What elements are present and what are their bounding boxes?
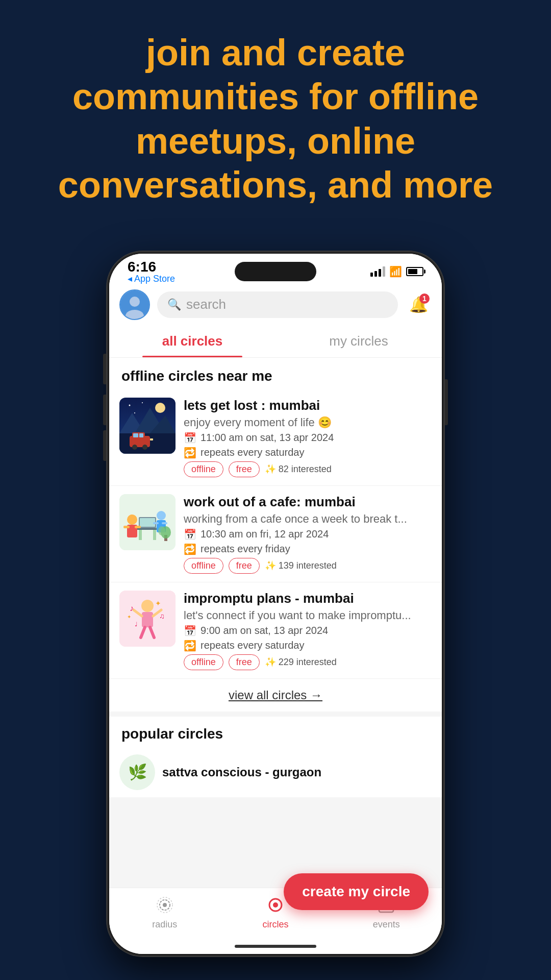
svg-rect-40 (142, 612, 153, 627)
circle-card-1[interactable]: lets get lost : mumbai enjoy every momen… (109, 389, 442, 486)
search-area: 🔍 search 🔔 1 (109, 284, 442, 325)
svg-rect-23 (153, 530, 156, 540)
circle-repeat-3: 🔁 repeats every saturday (184, 640, 432, 652)
svg-point-5 (129, 404, 131, 406)
home-indicator (109, 939, 442, 954)
wifi-icon: 📶 (389, 265, 402, 278)
circle-repeat-1: 🔁 repeats every saturday (184, 447, 432, 459)
svg-text:♫: ♫ (159, 612, 165, 620)
circle-title-2: work out of a cafe: mumbai (184, 494, 432, 510)
circle-desc-2: working from a cafe once a week to break… (184, 512, 432, 526)
avatar[interactable] (119, 289, 150, 320)
circle-desc-3: let's connect if you want to make improm… (184, 609, 432, 622)
popular-circle-title: sattva conscious - gurgaon (162, 765, 321, 779)
svg-point-27 (127, 514, 137, 525)
circle-card-3[interactable]: ♪ ♫ ♩ ✦ ✦ impromptu plans - mumbai let's… (109, 582, 442, 679)
calendar-icon-2: 📅 (184, 528, 196, 541)
circles-icon (267, 897, 284, 917)
popular-header: popular circles (109, 717, 442, 747)
dynamic-island (235, 262, 316, 281)
tag-free-1: free (229, 461, 260, 477)
popular-section: popular circles 🌿 sattva conscious - gur… (109, 717, 442, 797)
circle-image-2 (119, 494, 176, 550)
phone-screen: 6:16 ◂ App Store 📶 (109, 254, 442, 954)
page-header: join and create communities for offline … (0, 0, 551, 228)
svg-rect-22 (139, 530, 142, 540)
svg-rect-29 (123, 526, 130, 528)
nav-label-circles: circles (262, 919, 288, 930)
circle-title-3: impromptu plans - mumbai (184, 591, 432, 606)
svg-point-8 (134, 412, 135, 413)
circle-info-1: lets get lost : mumbai enjoy every momen… (184, 398, 432, 477)
search-input[interactable]: search (186, 297, 226, 312)
tag-interested-3: ✨ 229 interested (265, 656, 337, 668)
status-icons: 📶 (370, 265, 423, 278)
battery-fill (408, 269, 417, 274)
svg-point-15 (132, 445, 137, 450)
svg-text:♪: ♪ (130, 604, 134, 612)
svg-point-37 (158, 526, 165, 535)
svg-point-6 (142, 402, 143, 403)
svg-rect-33 (153, 522, 159, 524)
circle-info-2: work out of a cafe: mumbai working from … (184, 494, 432, 574)
signal-bars-icon (370, 266, 385, 277)
svg-point-39 (141, 600, 154, 612)
circle-image-1 (119, 398, 176, 454)
svg-text:✦: ✦ (127, 614, 131, 620)
svg-point-31 (157, 511, 166, 520)
tag-offline-1: offline (184, 461, 223, 477)
search-box[interactable]: 🔍 search (157, 291, 398, 318)
nav-item-radius[interactable]: radius (109, 897, 220, 930)
tabs-container: all circles my circles (109, 325, 442, 358)
circle-image-3: ♪ ♫ ♩ ✦ ✦ (119, 591, 176, 647)
svg-rect-26 (136, 528, 159, 530)
circle-repeat-2: 🔁 repeats every friday (184, 543, 432, 555)
scroll-content: offline circles near me (109, 358, 442, 888)
tab-my-circles[interactable]: my circles (276, 325, 442, 357)
search-icon: 🔍 (167, 298, 181, 311)
svg-point-1 (130, 297, 140, 307)
circle-title-1: lets get lost : mumbai (184, 398, 432, 413)
svg-rect-19 (150, 438, 153, 440)
svg-point-54 (273, 902, 278, 908)
radius-icon (157, 897, 173, 917)
circle-tags-3: offline free ✨ 229 interested (184, 654, 432, 670)
circle-date-2: 📅 10:30 am on fri, 12 apr 2024 (184, 528, 432, 541)
popular-circle-image: 🌿 (119, 754, 155, 790)
circle-tags-1: offline free ✨ 82 interested (184, 461, 432, 477)
repeat-icon-1: 🔁 (184, 447, 196, 459)
svg-rect-30 (135, 526, 141, 528)
tag-offline-3: offline (184, 654, 223, 670)
app-store-back[interactable]: ◂ App Store (128, 273, 175, 284)
page-headline: join and create communities for offline … (41, 31, 510, 207)
tag-free-2: free (229, 558, 260, 574)
notification-button[interactable]: 🔔 1 (405, 291, 432, 318)
tag-offline-2: offline (184, 558, 223, 574)
tab-all-circles[interactable]: all circles (109, 325, 276, 357)
create-my-circle-button[interactable]: create my circle (284, 873, 429, 910)
svg-rect-25 (140, 518, 155, 527)
sparkle-icon-3: ✨ (265, 657, 276, 667)
phone-frame: 6:16 ◂ App Store 📶 (107, 252, 444, 956)
repeat-icon-3: 🔁 (184, 640, 196, 652)
offline-section-header: offline circles near me (109, 358, 442, 389)
calendar-icon-1: 📅 (184, 432, 196, 444)
circle-desc-1: enjoy every moment of life 😊 (184, 416, 432, 429)
svg-point-50 (163, 903, 167, 907)
svg-point-16 (142, 445, 147, 450)
svg-text:♩: ♩ (135, 621, 138, 628)
phone-mockup: 6:16 ◂ App Store 📶 (92, 228, 459, 980)
view-all-link[interactable]: view all circles → (109, 679, 442, 712)
svg-rect-18 (139, 433, 143, 437)
tag-free-3: free (229, 654, 260, 670)
repeat-icon-2: 🔁 (184, 543, 196, 555)
circle-date-3: 📅 9:00 am on sat, 13 apr 2024 (184, 625, 432, 637)
svg-rect-17 (133, 433, 138, 437)
popular-card-preview[interactable]: 🌿 sattva conscious - gurgaon (109, 747, 442, 797)
notification-badge: 1 (419, 293, 430, 304)
circle-tags-2: offline free ✨ 139 interested (184, 558, 432, 574)
circle-card-2[interactable]: work out of a cafe: mumbai working from … (109, 486, 442, 582)
sparkle-icon-1: ✨ (265, 464, 276, 474)
svg-point-4 (155, 403, 165, 413)
svg-text:✦: ✦ (155, 599, 161, 607)
